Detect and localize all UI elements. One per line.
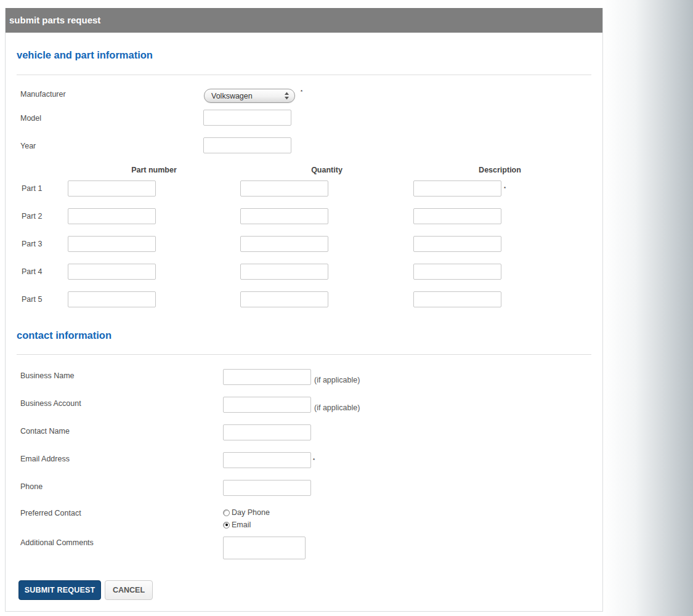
- business-name-label: Business Name: [20, 371, 75, 380]
- part-2-number-input[interactable]: [68, 208, 156, 224]
- part-2-quantity-input[interactable]: [240, 208, 328, 224]
- section-divider: [17, 75, 591, 75]
- radio-option-day-phone[interactable]: Day Phone: [223, 506, 270, 519]
- manufacturer-required-marker: *: [301, 89, 302, 94]
- business-name-input[interactable]: [223, 369, 311, 385]
- part-1-quantity-input[interactable]: [240, 180, 328, 197]
- part-5-quantity-input[interactable]: [240, 291, 328, 307]
- business-account-label: Business Account: [20, 399, 81, 408]
- cancel-button[interactable]: CANCEL: [105, 580, 153, 600]
- email-address-label: Email Address: [20, 455, 70, 463]
- part-5-description-input[interactable]: [413, 291, 501, 307]
- radio-label-day-phone: Day Phone: [232, 508, 270, 517]
- manufacturer-selected-value: Volkswagen: [211, 92, 284, 100]
- part-3-quantity-input[interactable]: [240, 236, 328, 252]
- part-4-number-input[interactable]: [68, 264, 156, 280]
- radio-icon-day-phone[interactable]: [223, 509, 230, 516]
- quantity-column-header: Quantity: [240, 166, 413, 174]
- part-number-column-header: Part number: [68, 166, 240, 174]
- part-3-row-label: Part 3: [22, 240, 42, 248]
- part-1-row-label: Part 1: [22, 184, 42, 193]
- model-label: Model: [20, 114, 41, 123]
- business-account-input[interactable]: [223, 397, 311, 413]
- description-column-header: Description: [413, 166, 586, 174]
- additional-comments-label: Additional Comments: [20, 538, 94, 547]
- part-1-required-marker: *: [504, 185, 506, 191]
- contact-section-heading: contact information: [17, 330, 111, 341]
- business-account-note: (if applicable): [314, 403, 360, 412]
- part-2-row-label: Part 2: [22, 212, 42, 221]
- model-input[interactable]: [203, 110, 291, 126]
- section-divider: [17, 354, 591, 355]
- contact-name-label: Contact Name: [20, 427, 70, 436]
- manufacturer-select[interactable]: Volkswagen: [204, 89, 295, 103]
- part-4-quantity-input[interactable]: [240, 264, 328, 280]
- phone-input[interactable]: [223, 480, 311, 496]
- radio-option-email[interactable]: Email: [223, 519, 270, 531]
- radio-icon-email[interactable]: [223, 522, 230, 529]
- part-5-row-label: Part 5: [22, 295, 42, 304]
- year-input[interactable]: [203, 137, 291, 153]
- business-name-note: (if applicable): [314, 376, 360, 384]
- part-2-description-input[interactable]: [413, 208, 501, 224]
- year-label: Year: [20, 142, 36, 150]
- part-3-number-input[interactable]: [68, 236, 156, 252]
- email-required-marker: *: [313, 457, 315, 463]
- select-stepper-icon: [284, 92, 290, 100]
- radio-label-email: Email: [232, 521, 251, 529]
- form-title-bar: submit parts request: [6, 8, 602, 33]
- phone-label: Phone: [20, 482, 43, 491]
- parts-request-form: submit parts request vehicle and part in…: [5, 8, 603, 612]
- part-4-description-input[interactable]: [413, 264, 501, 280]
- part-5-number-input[interactable]: [68, 291, 156, 307]
- preferred-contact-label: Preferred Contact: [20, 509, 81, 517]
- page-background-gradient: [604, 0, 693, 616]
- email-address-input[interactable]: [223, 452, 311, 468]
- part-1-number-input[interactable]: [68, 180, 156, 197]
- preferred-contact-radio-group: Day Phone Email: [223, 506, 270, 531]
- submit-request-button[interactable]: SUBMIT REQUEST: [18, 580, 101, 600]
- manufacturer-label: Manufacturer: [20, 90, 66, 99]
- part-4-row-label: Part 4: [22, 267, 42, 276]
- part-1-description-input[interactable]: [413, 180, 501, 197]
- part-3-description-input[interactable]: [413, 236, 501, 252]
- additional-comments-textarea[interactable]: [223, 537, 306, 559]
- vehicle-section-heading: vehicle and part information: [17, 49, 153, 61]
- contact-name-input[interactable]: [223, 424, 311, 440]
